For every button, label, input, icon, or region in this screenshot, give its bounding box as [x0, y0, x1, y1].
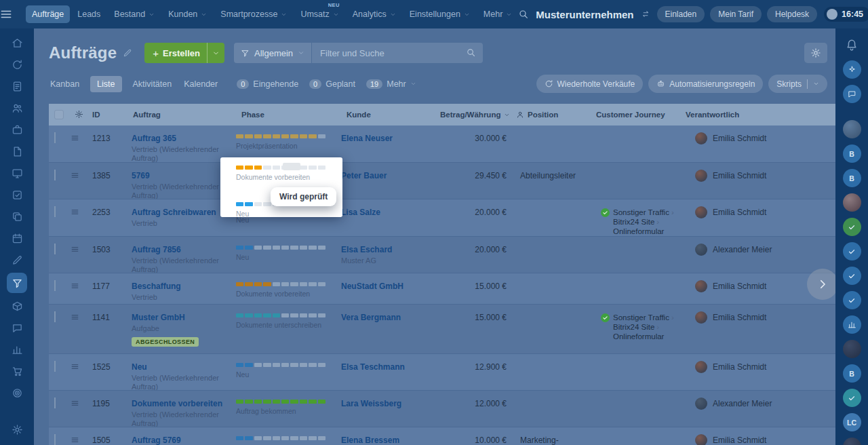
owner-avatar[interactable]	[695, 280, 707, 292]
chat-contact-avatar[interactable]	[843, 120, 861, 138]
order-title-link[interactable]: Neu	[132, 362, 147, 372]
topbar-button-einladen[interactable]: Einladen	[657, 6, 705, 22]
row-checkbox[interactable]	[54, 311, 56, 322]
phase-indicator[interactable]: Dokumente unterschreiben	[236, 313, 341, 329]
customer-link[interactable]: Elena Bressem	[341, 436, 399, 445]
column-header-auftrag[interactable]: Auftrag	[127, 111, 236, 119]
phase-indicator[interactable]: Auftrag bekommen	[236, 400, 341, 415]
switch-account-icon[interactable]	[641, 9, 650, 19]
nav-item-aufträge[interactable]: Aufträge	[26, 5, 70, 23]
phase-indicator[interactable]: Neu	[236, 363, 341, 379]
order-title-link[interactable]: 5769	[132, 171, 150, 180]
sidebar-item-page[interactable]	[7, 142, 27, 160]
order-title-link[interactable]: Dokumente vorbereiten	[132, 399, 222, 408]
search-box[interactable]	[312, 43, 483, 63]
settings-gear-icon[interactable]	[12, 424, 23, 445]
sidebar-item-target[interactable]	[7, 384, 27, 402]
table-row[interactable]: 1213Auftrag 365Vertrieb (Wiederkehrender…	[49, 125, 835, 163]
sidebar-item-monitor[interactable]	[7, 164, 27, 182]
create-dropdown-caret[interactable]	[208, 50, 224, 57]
customer-link[interactable]: NeuStadt GmbH	[341, 282, 403, 291]
view-settings-button[interactable]	[804, 43, 827, 63]
owner-avatar[interactable]	[695, 170, 707, 182]
column-header-id[interactable]: ID	[87, 111, 127, 119]
chat-contact-avatar[interactable]	[843, 438, 861, 445]
order-title-link[interactable]: Beschaffung	[132, 282, 181, 291]
nav-item-mehr[interactable]: Mehr	[477, 5, 518, 23]
sidebar-item-chat[interactable]	[7, 319, 27, 336]
nav-item-bestand[interactable]: Bestand	[108, 5, 161, 23]
column-header-customer-journey[interactable]: Customer Journey	[591, 111, 680, 119]
chat-contact-avatar[interactable]: LC	[843, 413, 861, 431]
panel-widget-chat[interactable]	[843, 85, 861, 103]
owner-avatar[interactable]	[695, 311, 707, 324]
owner-avatar[interactable]	[695, 434, 707, 445]
row-menu-button[interactable]	[71, 314, 79, 324]
task-status-icon[interactable]	[843, 218, 861, 236]
row-menu-button[interactable]	[71, 209, 79, 218]
nav-item-einstellungen[interactable]: Einstellungen	[403, 5, 476, 23]
row-menu-button[interactable]	[71, 437, 79, 445]
table-row[interactable]: 1503Auftrag 7856Vertrieb (Wiederkehrende…	[49, 237, 835, 273]
counter-mehr[interactable]: 19Mehr	[366, 79, 416, 89]
row-checkbox[interactable]	[54, 132, 56, 143]
table-row[interactable]: 1525NeuVertrieb (Wiederkehrender Auftrag…	[49, 354, 835, 391]
filter-preset-button[interactable]: Allgemein	[234, 43, 311, 63]
phase-indicator[interactable]: Dokumente vorbereiten	[236, 282, 341, 298]
chat-contact-avatar[interactable]	[843, 340, 861, 358]
view-tab-kanban[interactable]: Kanban	[49, 76, 81, 92]
owner-avatar[interactable]	[695, 361, 707, 373]
customer-link[interactable]: Elena Neuser	[341, 134, 393, 143]
action-wiederholte-verkäufe[interactable]: Wiederholte Verkäufe	[536, 75, 644, 93]
table-row[interactable]: 2253Auftrag SchreibwarenVertriebNeuLisa …	[49, 199, 835, 237]
sidebar-item-copy[interactable]	[7, 208, 27, 225]
panel-widget-chart[interactable]	[843, 315, 861, 334]
row-checkbox[interactable]	[54, 244, 56, 254]
owner-avatar[interactable]	[695, 244, 707, 256]
row-checkbox[interactable]	[54, 361, 56, 372]
journey-step[interactable]: Onlineformular	[613, 332, 674, 341]
row-checkbox[interactable]	[54, 434, 56, 445]
row-menu-button[interactable]	[71, 246, 79, 256]
chat-contact-avatar[interactable]	[843, 193, 861, 212]
task-status-icon[interactable]	[843, 242, 861, 260]
row-checkbox[interactable]	[54, 280, 56, 291]
column-header-verantwortlich[interactable]: Verantwortlich	[680, 111, 835, 119]
view-tab-kalender[interactable]: Kalender	[182, 76, 219, 92]
column-header-betrag-währung[interactable]: Betrag/Währung	[435, 111, 511, 119]
table-row[interactable]: 1505Auftrag 5769VertriebNeuElena Bressem…	[49, 427, 835, 445]
table-row[interactable]: 1141Muster GmbHAufgabeABGESCHLOSSENDokum…	[49, 305, 835, 354]
customer-link[interactable]: Lisa Salze	[341, 208, 380, 217]
notifications-bell-icon[interactable]	[845, 38, 859, 54]
select-all-checkbox[interactable]	[54, 110, 64, 119]
sidebar-item-calendar[interactable]	[7, 229, 27, 247]
sidebar-item-home[interactable]	[7, 34, 27, 52]
sidebar-item-refresh[interactable]	[7, 56, 27, 73]
owner-avatar[interactable]	[695, 398, 707, 410]
action-skripts[interactable]: Skripts	[768, 75, 827, 93]
owner-avatar[interactable]	[695, 132, 707, 144]
chat-contact-avatar[interactable]: B	[843, 364, 861, 383]
row-menu-button[interactable]	[71, 172, 79, 182]
row-checkbox[interactable]	[54, 170, 56, 180]
action-automatisierungsregeln[interactable]: Automatisierungsregeln	[648, 75, 763, 93]
order-title-link[interactable]: Auftrag Schreibwaren	[132, 208, 216, 217]
task-status-icon[interactable]	[843, 267, 861, 285]
customer-link[interactable]: Vera Bergmann	[341, 313, 401, 322]
view-tab-aktivitäten[interactable]: Aktivitäten	[132, 76, 174, 92]
view-tab-liste[interactable]: Liste	[90, 76, 121, 92]
table-row[interactable]: 13855769Vertrieb (Wiederkehrender Auftra…	[49, 163, 835, 199]
topbar-button-mein-tarif[interactable]: Mein Tarif	[710, 6, 762, 22]
sidebar-item-box[interactable]	[7, 297, 27, 315]
journey-step[interactable]: Onlineformular	[613, 227, 674, 236]
phase-indicator[interactable]: Neu	[236, 436, 341, 445]
customer-link[interactable]: Lara Weissberg	[341, 399, 401, 408]
nav-item-umsatz[interactable]: UmsatzNEU	[294, 5, 344, 23]
customer-link[interactable]: Elsa Eschard	[341, 245, 392, 254]
row-checkbox[interactable]	[54, 398, 56, 408]
expand-right-panel-button[interactable]	[807, 269, 838, 300]
timer-widget[interactable]: 16:45	[824, 7, 868, 22]
row-menu-button[interactable]	[71, 283, 79, 292]
table-row[interactable]: 1195Dokumente vorbereitenVertrieb (Wiede…	[49, 391, 835, 427]
owner-avatar[interactable]	[695, 206, 707, 218]
